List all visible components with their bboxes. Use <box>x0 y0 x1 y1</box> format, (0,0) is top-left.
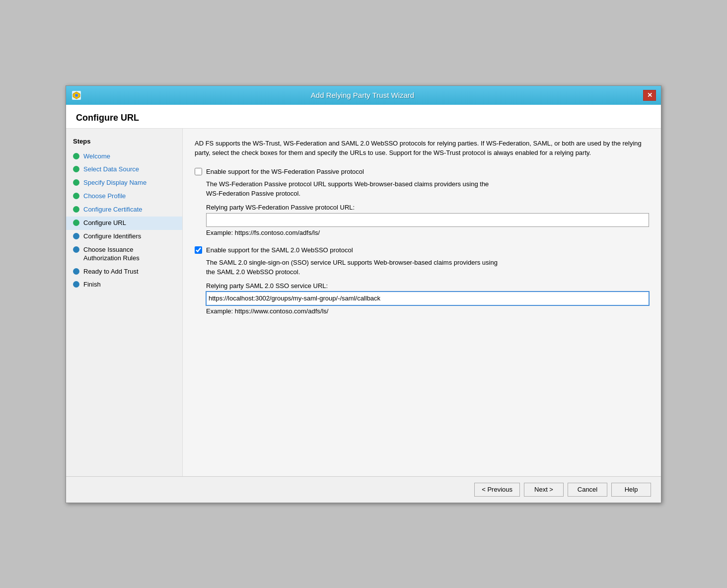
sidebar-label-configure-identifiers: Configure Identifiers <box>83 232 141 241</box>
sidebar-link-specify-display-name[interactable]: Specify Display Name <box>83 179 146 187</box>
saml-url-input[interactable] <box>206 292 649 305</box>
main-body: Steps Welcome Select Data Source Specify… <box>66 129 661 476</box>
content-area: Configure URL Steps Welcome Select Data … <box>66 105 661 503</box>
sidebar-link-configure-certificate[interactable]: Configure Certificate <box>83 206 143 214</box>
sidebar-title: Steps <box>66 136 182 150</box>
sidebar-link-select-data-source[interactable]: Select Data Source <box>83 165 139 174</box>
saml-checkbox-row: Enable support for the SAML 2.0 WebSSO p… <box>195 246 649 254</box>
footer: < Previous Next > Cancel Help <box>66 476 661 503</box>
saml-checkbox-label[interactable]: Enable support for the SAML 2.0 WebSSO p… <box>206 246 353 254</box>
dot-configure-url <box>73 220 79 226</box>
dot-specify-display-name <box>73 179 79 186</box>
next-button[interactable]: Next > <box>524 483 564 497</box>
sidebar-item-configure-certificate[interactable]: Configure Certificate <box>66 203 182 217</box>
sidebar-item-finish: Finish <box>66 278 182 292</box>
sidebar-item-welcome[interactable]: Welcome <box>66 150 182 163</box>
dot-choose-profile <box>73 193 79 199</box>
sidebar-item-select-data-source[interactable]: Select Data Source <box>66 163 182 176</box>
sidebar-link-welcome[interactable]: Welcome <box>83 152 110 161</box>
ws-federation-sub-description: The WS-Federation Passive protocol URL s… <box>206 179 649 199</box>
ws-federation-checkbox[interactable] <box>195 168 202 175</box>
ws-federation-field-label: Relying party WS-Federation Passive prot… <box>206 204 649 211</box>
sidebar-item-ready-to-add-trust: Ready to Add Trust <box>66 265 182 279</box>
help-button[interactable]: Help <box>611 483 651 497</box>
sidebar-label-configure-url: Configure URL <box>83 219 126 227</box>
dot-welcome <box>73 153 79 159</box>
page-title: Configure URL <box>66 105 661 129</box>
ws-federation-checkbox-row: Enable support for the WS-Federation Pas… <box>195 168 649 175</box>
saml-example: Example: https://www.contoso.com/adfs/ls… <box>206 307 649 315</box>
saml-section: Enable support for the SAML 2.0 WebSSO p… <box>195 246 649 315</box>
ws-federation-checkbox-label[interactable]: Enable support for the WS-Federation Pas… <box>206 168 364 175</box>
cancel-button[interactable]: Cancel <box>568 483 607 497</box>
sidebar-item-configure-url: Configure URL <box>66 217 182 230</box>
main-description: AD FS supports the WS-Trust, WS-Federati… <box>195 139 649 158</box>
dot-configure-certificate <box>73 206 79 213</box>
sidebar: Steps Welcome Select Data Source Specify… <box>66 129 183 476</box>
saml-checkbox[interactable] <box>195 246 202 254</box>
sidebar-label-ready-to-add-trust: Ready to Add Trust <box>83 268 139 276</box>
close-button[interactable]: ✕ <box>643 90 656 101</box>
app-icon <box>71 90 82 101</box>
saml-sub-description: The SAML 2.0 single-sign-on (SSO) servic… <box>206 258 649 277</box>
title-bar: Add Relying Party Trust Wizard ✕ <box>66 86 661 105</box>
right-panel: AD FS supports the WS-Trust, WS-Federati… <box>183 129 661 476</box>
title-bar-text: Add Relying Party Trust Wizard <box>82 91 643 99</box>
svg-point-2 <box>75 94 78 97</box>
ws-federation-example: Example: https://fs.contoso.com/adfs/ls/ <box>206 229 649 236</box>
sidebar-item-configure-identifiers: Configure Identifiers <box>66 230 182 243</box>
sidebar-label-finish: Finish <box>83 281 101 289</box>
sidebar-label-choose-issuance: Choose IssuanceAuthorization Rules <box>83 246 140 263</box>
sidebar-link-choose-profile[interactable]: Choose Profile <box>83 192 126 201</box>
previous-button[interactable]: < Previous <box>474 483 520 497</box>
wizard-window: Add Relying Party Trust Wizard ✕ Configu… <box>66 85 661 503</box>
ws-federation-section: Enable support for the WS-Federation Pas… <box>195 168 649 236</box>
dot-configure-identifiers <box>73 233 79 239</box>
sidebar-item-specify-display-name[interactable]: Specify Display Name <box>66 176 182 190</box>
dot-select-data-source <box>73 166 79 172</box>
saml-field-label: Relying party SAML 2.0 SSO service URL: <box>206 282 649 290</box>
dot-finish <box>73 281 79 288</box>
dot-choose-issuance <box>73 246 79 253</box>
ws-federation-url-input[interactable] <box>206 213 649 227</box>
sidebar-item-choose-profile[interactable]: Choose Profile <box>66 190 182 203</box>
dot-ready-to-add-trust <box>73 268 79 275</box>
sidebar-item-choose-issuance: Choose IssuanceAuthorization Rules <box>66 243 182 265</box>
